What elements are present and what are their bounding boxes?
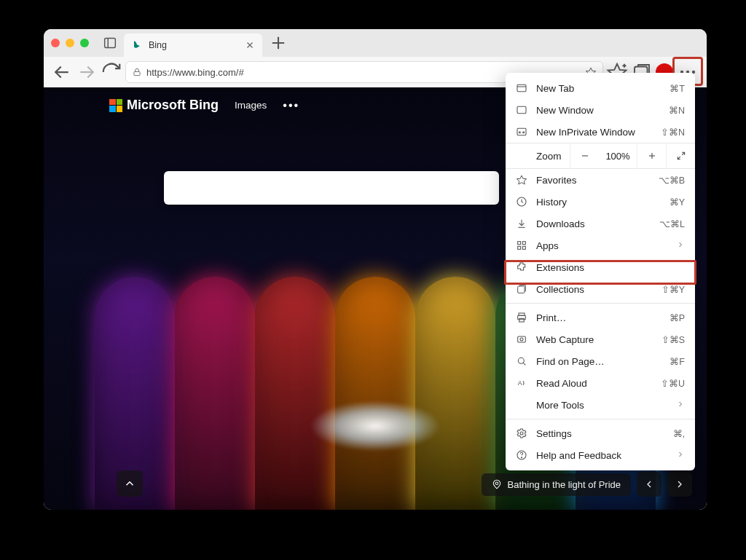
menu-history-label: History [536,197,661,208]
menu-new-tab-label: New Tab [536,83,661,94]
menu-history-shortcut: ⌘Y [670,197,685,208]
image-caption[interactable]: Bathing in the light of Pride [482,473,631,496]
image-caption-strip: Bathing in the light of Pride [482,472,692,497]
menu-settings[interactable]: Settings ⌘, [506,422,695,444]
bing-search-input[interactable] [164,171,499,205]
new-window-icon [516,104,527,116]
menu-apps-label: Apps [536,240,667,251]
microsoft-logo-icon [109,99,122,112]
menu-find-shortcut: ⌘F [670,356,685,367]
svg-rect-20 [517,106,526,113]
menu-read-aloud-shortcut: ⇧⌘U [661,378,685,389]
menu-apps[interactable]: Apps [506,234,695,256]
svg-point-48 [521,457,522,458]
help-icon [516,449,527,461]
read-aloud-icon: A [516,377,527,389]
svg-point-43 [518,358,524,363]
new-tab-button[interactable] [268,33,288,53]
menu-more-tools-label: More Tools [536,400,667,411]
web-capture-icon [516,334,527,345]
svg-rect-21 [517,128,526,135]
menu-favorites-shortcut: ⌥⌘B [659,175,685,186]
menu-favorites[interactable]: Favorites ⌥⌘B [506,169,695,191]
window-close-button[interactable] [51,39,60,47]
window-controls [51,39,89,47]
menu-print-label: Print… [536,312,661,323]
fullscreen-button[interactable] [666,143,695,169]
menu-extensions-label: Extensions [536,262,685,273]
prev-image-button[interactable] [637,472,661,497]
menu-downloads-shortcut: ⌥⌘L [659,218,685,229]
svg-rect-0 [105,39,116,48]
menu-new-window[interactable]: New Window ⌘N [506,99,695,121]
menu-favorites-label: Favorites [536,175,650,186]
microsoft-bing-logo[interactable]: Microsoft Bing [109,98,219,113]
svg-point-17 [495,482,498,485]
settings-menu: New Tab ⌘T New Window ⌘N New InPrivate W… [506,73,695,470]
menu-zoom-row: Zoom 100% [506,143,695,169]
menu-web-capture-shortcut: ⇧⌘S [661,334,685,345]
zoom-label: Zoom [506,151,570,162]
menu-settings-shortcut: ⌘, [673,428,685,439]
menu-new-tab-shortcut: ⌘T [670,83,685,94]
inprivate-icon [516,126,527,138]
menu-help[interactable]: Help and Feedback [506,444,695,466]
window-maximize-button[interactable] [80,39,89,47]
menu-web-capture[interactable]: Web Capture ⇧⌘S [506,328,695,350]
menu-downloads-label: Downloads [536,218,651,229]
menu-new-inprivate-shortcut: ⇧⌘N [661,127,685,138]
tab-close-icon[interactable] [245,40,255,50]
zoom-out-button[interactable] [570,143,599,169]
bing-nav-more-icon[interactable]: ••• [283,99,299,112]
menu-find-on-page[interactable]: Find on Page… ⌘F [506,350,695,372]
image-caption-text: Bathing in the light of Pride [508,479,621,490]
menu-collections[interactable]: Collections ⇧⌘Y [506,278,695,300]
chevron-right-icon [676,400,685,411]
menu-separator [506,303,695,304]
svg-rect-34 [522,242,525,245]
svg-point-23 [523,132,525,133]
zoom-value: 100% [599,151,637,162]
tab-actions-icon[interactable] [102,35,118,51]
svg-point-46 [520,432,523,435]
extensions-icon [516,261,527,273]
bing-logo-text: Microsoft Bing [127,98,219,113]
svg-point-42 [520,338,523,341]
menu-read-aloud-label: Read Aloud [536,378,652,389]
browser-tab[interactable]: Bing [124,33,262,57]
menu-more-tools[interactable]: More Tools [506,394,695,416]
svg-line-44 [523,363,525,365]
history-icon [516,196,527,208]
menu-downloads[interactable]: Downloads ⌥⌘L [506,213,695,234]
menu-new-tab[interactable]: New Tab ⌘T [506,77,695,99]
svg-marker-29 [517,176,526,184]
location-icon [492,479,502,489]
zoom-in-button[interactable] [637,143,666,169]
downloads-icon [516,218,527,229]
svg-text:A: A [518,379,522,387]
menu-separator [506,419,695,419]
svg-rect-33 [518,242,521,245]
menu-print[interactable]: Print… ⌘P [506,307,695,328]
gear-icon [516,427,527,439]
window-minimize-button[interactable] [66,39,74,47]
menu-history[interactable]: History ⌘Y [506,191,695,213]
next-image-button[interactable] [667,472,692,497]
apps-icon [516,240,527,251]
svg-rect-8 [134,71,140,75]
chevron-right-icon [676,450,685,461]
svg-rect-36 [522,246,525,249]
menu-extensions[interactable]: Extensions [506,256,695,278]
menu-web-capture-label: Web Capture [536,334,653,345]
bing-nav-images[interactable]: Images [235,100,267,111]
menu-help-label: Help and Feedback [536,450,667,461]
menu-new-inprivate[interactable]: New InPrivate Window ⇧⌘N [506,121,695,143]
scroll-up-button[interactable] [117,470,143,497]
menu-find-label: Find on Page… [536,356,661,367]
back-button[interactable] [51,61,73,83]
menu-new-window-shortcut: ⌘N [669,105,685,116]
refresh-button[interactable] [101,61,122,83]
forward-button[interactable] [76,61,98,83]
new-tab-icon [516,82,527,94]
menu-read-aloud[interactable]: A Read Aloud ⇧⌘U [506,372,695,394]
